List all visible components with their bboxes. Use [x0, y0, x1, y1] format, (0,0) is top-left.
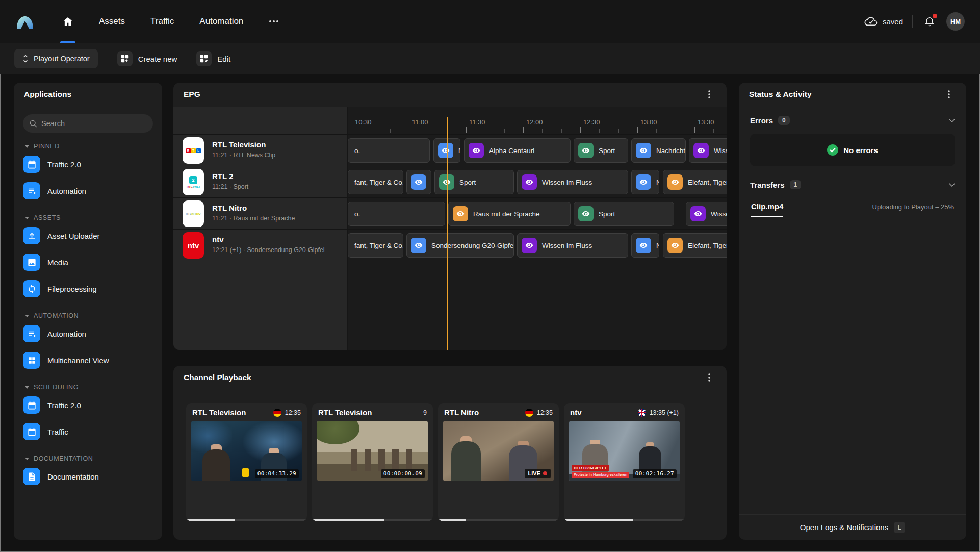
- epg-program[interactable]: fant, Tiger & Co.: [348, 170, 403, 194]
- status-title: Status & Activity: [749, 90, 812, 99]
- errors-section-toggle[interactable]: Errors 0: [739, 108, 966, 133]
- visibility-icon: [411, 238, 426, 253]
- open-logs-label: Open Logs & Notifications: [800, 523, 888, 532]
- tab-home[interactable]: [61, 0, 74, 43]
- chevron-down-icon: [25, 458, 29, 460]
- epg-program[interactable]: Alpha Centauri: [464, 138, 571, 163]
- epg-program[interactable]: Nachrichten: [406, 170, 431, 194]
- status-menu-button[interactable]: [942, 87, 956, 102]
- epg-program[interactable]: Sport: [574, 202, 674, 226]
- save-status-label: saved: [883, 17, 903, 26]
- lower-third-caption: DER G20-GIPFEL Proteste in Hamburg eskal…: [572, 462, 629, 478]
- visibility-icon: [667, 174, 683, 190]
- epg-program[interactable]: Elefant, Tiger & Co.: [663, 233, 727, 258]
- playback-scrubber[interactable]: [312, 519, 433, 521]
- search-input[interactable]: [23, 114, 153, 133]
- playback-scrubber[interactable]: [564, 519, 685, 521]
- playback-scrubber[interactable]: [438, 519, 559, 521]
- transfers-label: Transfers: [750, 181, 785, 189]
- playback-card-ntv[interactable]: ntv 13:35 (+1) DER G20-GIPFEL Proteste i…: [564, 403, 685, 521]
- epg-program[interactable]: Sport: [574, 138, 628, 163]
- epg-program[interactable]: Raus mit der Sprache: [448, 202, 571, 226]
- epg-panel: EPG 10:30 11:00 11:30 12:00 12:30 13:00 …: [173, 83, 727, 350]
- create-new-button[interactable]: Create new: [117, 51, 177, 66]
- epg-program[interactable]: Elefant, Tiger & Co.: [663, 170, 727, 194]
- epg-program[interactable]: Sondersendung G20-Gipfel: [406, 233, 514, 258]
- epg-program[interactable]: Wissen im Fluss: [686, 202, 727, 226]
- open-logs-button[interactable]: Open Logs & Notifications L: [739, 514, 966, 540]
- sidebar-item-label: Traffic: [47, 428, 68, 436]
- time-tick: 10:30: [355, 118, 372, 126]
- epg-program[interactable]: Wissen im Fluss: [689, 138, 727, 163]
- program-label: Alpha Centauri: [489, 147, 534, 155]
- epg-grid: 10:30 11:00 11:30 12:00 12:30 13:00 13:3…: [173, 107, 727, 350]
- playback-card-rtl-nitro[interactable]: RTL Nitro 12:35 LIVE: [438, 403, 559, 521]
- section-scheduling[interactable]: SCHEDULING: [25, 384, 162, 391]
- epg-program[interactable]: Wissen im Fluss: [517, 170, 628, 194]
- epg-program[interactable]: Wissen im Fluss: [517, 233, 628, 258]
- program-label: Sport: [599, 210, 615, 218]
- notifications-button[interactable]: [922, 13, 937, 30]
- media-icon: [23, 254, 40, 271]
- epg-program[interactable]: Nachrichten: [631, 138, 686, 163]
- playback-title: Channel Playback: [184, 373, 251, 382]
- sidebar-item-automation-pinned[interactable]: Automation: [14, 178, 162, 204]
- sidebar-item-multichannel-view[interactable]: Multichannel View: [14, 347, 162, 373]
- playback-menu-button[interactable]: [702, 370, 716, 385]
- section-label: PINNED: [34, 143, 60, 150]
- section-assets[interactable]: ASSETS: [25, 214, 162, 221]
- epg-menu-button[interactable]: [702, 87, 716, 102]
- notification-badge: [933, 14, 937, 18]
- transfers-section-toggle[interactable]: Transfers 1: [739, 172, 966, 197]
- more-tabs-button[interactable]: [268, 0, 280, 43]
- epg-program[interactable]: o.: [348, 138, 430, 163]
- visibility-icon: [578, 206, 594, 221]
- germany-flag-icon: [273, 409, 281, 417]
- workspace-selector[interactable]: Playout Operator: [14, 49, 98, 68]
- microphone-flag: [242, 468, 249, 477]
- avatar[interactable]: HM: [946, 12, 965, 31]
- document-icon: [23, 468, 40, 485]
- sidebar-item-traffic[interactable]: Traffic: [14, 418, 162, 445]
- sidebar-item-documentation[interactable]: Documentation: [14, 463, 162, 490]
- tab-automation[interactable]: Automation: [198, 0, 244, 43]
- search-box: [23, 114, 153, 133]
- divider: [912, 15, 913, 28]
- calendar-icon: [23, 156, 40, 173]
- section-automation[interactable]: AUTOMATION: [25, 312, 162, 319]
- tab-assets[interactable]: Assets: [98, 0, 126, 43]
- program-label: fant, Tiger & Co.: [354, 242, 403, 249]
- grid-icon: [23, 352, 40, 369]
- section-pinned[interactable]: PINNED: [25, 143, 162, 150]
- tab-traffic[interactable]: Traffic: [149, 0, 175, 43]
- playback-time: 12:35: [285, 409, 301, 416]
- section-documentation[interactable]: DOCUMENTATION: [25, 455, 162, 462]
- sidebar-item-media[interactable]: Media: [14, 249, 162, 275]
- edit-button[interactable]: Edit: [196, 51, 230, 66]
- playback-channel-name: RTL Nitro: [444, 408, 479, 417]
- sidebar-item-traffic-2-0-scheduling[interactable]: Traffic 2.0: [14, 392, 162, 418]
- program-label: Elefant, Tiger & Co.: [688, 179, 727, 186]
- channel-name: RTL 2: [212, 172, 233, 181]
- epg-program[interactable]: o.: [348, 202, 445, 226]
- transfer-file-tab[interactable]: Clip.mp4: [751, 202, 783, 217]
- playback-card-rtl-television[interactable]: RTL Television 12:35 00:04:33.29: [186, 403, 307, 521]
- program-label: o.: [354, 147, 360, 155]
- transfer-status: Uploading to Playout – 25%: [872, 202, 954, 211]
- playback-card-rtl-television-2[interactable]: RTL Television 9 00:00:00.09: [312, 403, 433, 521]
- timecode-overlay: 00:00:00.09: [381, 469, 425, 478]
- epg-program[interactable]: Nachrichten: [631, 170, 659, 194]
- epg-program[interactable]: fant, Tiger & Co.: [348, 233, 403, 258]
- time-tick: 11:00: [412, 118, 428, 126]
- sidebar-item-traffic-2-0[interactable]: Traffic 2.0: [14, 151, 162, 178]
- epg-program[interactable]: Nachrichten: [631, 233, 659, 258]
- playback-scrubber[interactable]: [186, 519, 307, 521]
- status-activity-panel: Status & Activity Errors 0 No errors Tra…: [739, 83, 966, 540]
- visibility-icon: [522, 174, 537, 190]
- sidebar-item-fileprocessing[interactable]: Fileprocessing: [14, 275, 162, 302]
- calendar-icon: [23, 423, 40, 440]
- time-tick: 12:30: [583, 118, 600, 126]
- sidebar-item-automation[interactable]: Automation: [14, 320, 162, 347]
- sidebar-item-asset-uploader[interactable]: Asset Uploader: [14, 222, 162, 249]
- time-tick: 13:30: [698, 118, 714, 126]
